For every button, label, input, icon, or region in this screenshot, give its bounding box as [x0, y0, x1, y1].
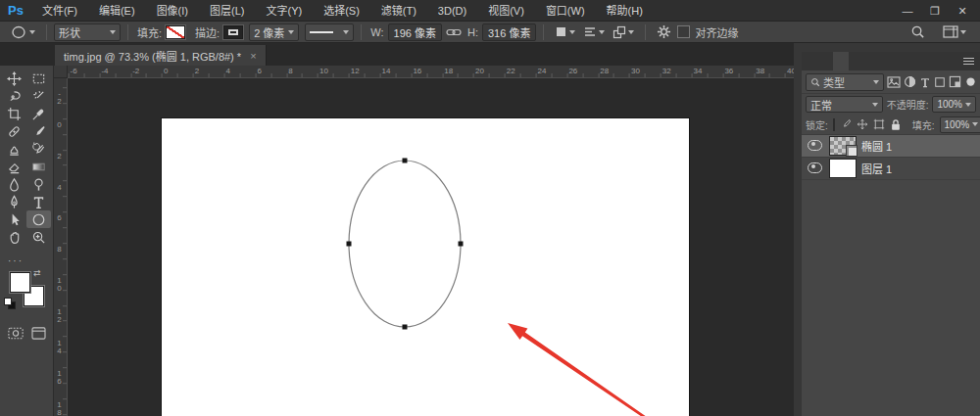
ruler-origin-corner[interactable] — [54, 66, 68, 78]
menu-item[interactable]: 滤镜(T) — [370, 0, 427, 22]
anchor-point[interactable] — [403, 325, 408, 330]
menu-item[interactable]: 文件(F) — [31, 0, 88, 22]
tab-close-button[interactable]: × — [250, 50, 256, 62]
vertical-ruler[interactable]: -2024681012141618 — [54, 78, 68, 416]
layer-row[interactable]: 图层 1 — [802, 158, 980, 180]
tool-crop[interactable] — [2, 105, 26, 122]
visibility-toggle[interactable] — [806, 140, 824, 153]
tool-eyedropper[interactable] — [26, 105, 51, 122]
layer-filter-toggle[interactable] — [964, 75, 976, 89]
tool-spot-healing-brush[interactable] — [2, 122, 26, 140]
panel-tab[interactable] — [849, 52, 864, 70]
lock-all-icon[interactable] — [890, 118, 902, 131]
fill-swatch-none[interactable] — [166, 25, 185, 39]
lock-transparent-pixels-icon[interactable] — [833, 118, 835, 131]
menu-item[interactable]: 3D(D) — [427, 0, 477, 22]
horizontal-ruler[interactable]: -6-4-20246810121416182022242628303234363… — [68, 66, 794, 78]
align-edges-checkbox[interactable] — [677, 25, 690, 38]
search-icon[interactable] — [910, 24, 925, 39]
lock-image-pixels-icon[interactable] — [840, 118, 852, 130]
shape-height-field[interactable]: 316 像素 — [482, 23, 536, 41]
anchor-point[interactable] — [459, 242, 464, 247]
filter-type-layers-icon[interactable] — [919, 75, 931, 89]
opacity-field[interactable]: 100% — [932, 96, 976, 113]
geometry-options-button[interactable] — [657, 24, 671, 39]
tool-blur[interactable] — [2, 175, 26, 193]
tool-brush[interactable] — [26, 122, 51, 140]
tool-ellipse-shape[interactable] — [26, 210, 51, 228]
filter-adjustment-layers-icon[interactable] — [904, 75, 916, 89]
close-button[interactable]: ✕ — [949, 0, 976, 22]
tool-eraser[interactable] — [2, 158, 26, 175]
filter-smart-objects-icon[interactable] — [949, 75, 961, 89]
menu-item[interactable]: 编辑(E) — [88, 0, 146, 22]
swap-colors-icon[interactable]: ⇄ — [33, 268, 41, 278]
filter-type-select[interactable]: 类型 — [806, 73, 884, 91]
stroke-swatch[interactable] — [223, 25, 243, 39]
layer-thumbnail[interactable] — [830, 137, 856, 155]
tool-move[interactable] — [2, 69, 26, 87]
panel-tab[interactable] — [802, 52, 817, 70]
panel-menu-button[interactable] — [962, 52, 980, 70]
tool-horizontal-type[interactable] — [26, 193, 51, 210]
tool-zoom[interactable] — [26, 228, 51, 246]
lock-artboard-icon[interactable] — [873, 118, 885, 130]
path-alignment-button[interactable] — [583, 25, 605, 38]
ruler-number: 6 — [55, 211, 64, 221]
menu-item[interactable]: 视图(V) — [477, 0, 535, 22]
document-canvas[interactable] — [162, 118, 689, 416]
tool-options-bar: 形状 填充: 描边: 2 像素 W: 196 像素 H: 316 像素 — [0, 22, 980, 43]
tool-path-selection[interactable] — [2, 210, 26, 228]
tool-hand[interactable] — [2, 228, 26, 246]
ruler-number: 4 — [224, 67, 230, 75]
tool-preset-picker[interactable] — [10, 25, 35, 39]
visibility-toggle[interactable] — [806, 162, 824, 175]
menu-item[interactable]: 窗口(W) — [535, 0, 596, 22]
tool-magic-wand[interactable] — [26, 87, 51, 105]
stroke-label: 描边: — [195, 24, 220, 40]
layer-row[interactable]: 椭圆 1 — [802, 135, 980, 158]
layer-thumbnail[interactable] — [830, 160, 856, 177]
screen-mode-button[interactable] — [31, 327, 46, 340]
menu-item[interactable]: 图像(I) — [146, 0, 199, 22]
link-dimensions-button[interactable] — [446, 26, 462, 38]
tool-gradient[interactable] — [26, 158, 51, 175]
minimize-button[interactable]: — — [894, 0, 921, 22]
shape-mode-select[interactable]: 形状 — [54, 23, 121, 41]
default-colors-icon[interactable] — [4, 298, 15, 308]
tool-pen[interactable] — [2, 193, 26, 210]
lock-position-icon[interactable] — [857, 118, 868, 130]
stroke-style-select[interactable] — [305, 23, 354, 41]
workspace-icon — [943, 25, 958, 38]
tool-lasso[interactable] — [2, 87, 26, 105]
tool-dodge[interactable] — [26, 175, 51, 193]
menu-item[interactable]: 文字(Y) — [255, 0, 313, 22]
document-tab[interactable]: timg.jpg @ 73.3% (椭圆 1, RGB/8#) * × — [55, 45, 267, 66]
filter-pixel-layers-icon[interactable] — [887, 75, 901, 89]
foreground-color-swatch[interactable] — [10, 272, 30, 293]
path-arrangement-button[interactable] — [612, 25, 634, 39]
menu-item[interactable]: 帮助(H) — [596, 0, 654, 22]
shape-width-field[interactable]: 196 像素 — [388, 23, 442, 41]
tool-clone-stamp[interactable] — [2, 140, 26, 158]
tool-rectangular-marquee[interactable] — [26, 69, 51, 87]
edit-toolbar-ellipsis[interactable]: ··· — [8, 255, 53, 266]
chevron-down-icon — [972, 122, 978, 126]
filter-shape-layers-icon[interactable] — [934, 75, 946, 89]
anchor-point[interactable] — [347, 242, 352, 247]
ellipse-path[interactable] — [349, 161, 461, 327]
menu-item[interactable]: 图层(L) — [199, 0, 255, 22]
quick-mask-button[interactable] — [8, 327, 24, 340]
panel-tab[interactable] — [817, 52, 833, 70]
tool-history-brush[interactable] — [26, 140, 51, 158]
panel-tab[interactable] — [864, 52, 880, 70]
stroke-width-select[interactable]: 2 像素 — [249, 23, 299, 41]
panel-tab[interactable] — [833, 52, 849, 70]
blend-mode-select[interactable]: 正常 — [806, 96, 883, 113]
fill-field[interactable]: 100% — [940, 116, 980, 133]
restore-button[interactable]: ❐ — [921, 0, 949, 22]
path-operations-button[interactable] — [555, 25, 575, 38]
workspace-switcher-button[interactable] — [943, 25, 966, 38]
menu-item[interactable]: 选择(S) — [313, 0, 370, 22]
anchor-point[interactable] — [403, 159, 408, 163]
